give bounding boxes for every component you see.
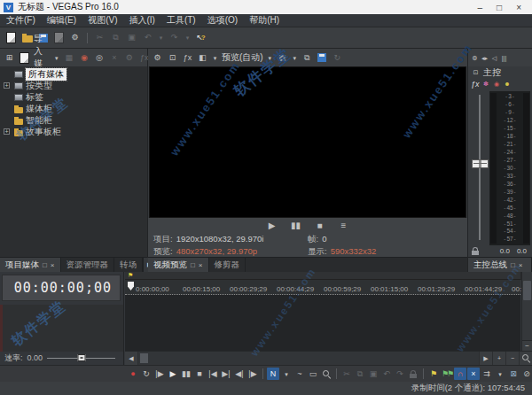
external-monitor-button[interactable]: ⊡ [166, 51, 179, 64]
preview-menu-button[interactable]: ≡ [337, 220, 350, 232]
menu-file[interactable]: 文件(F) [6, 14, 35, 27]
redo-button[interactable]: ↷ [394, 368, 406, 380]
previous-frame-button[interactable]: ◀| [233, 368, 246, 380]
menu-edit[interactable]: 编辑(E) [47, 14, 76, 27]
scroll-right-button[interactable]: ▶ [479, 352, 492, 365]
menu-help[interactable]: 帮助(H) [249, 14, 279, 27]
dim-output-button[interactable]: ◁ [490, 51, 498, 64]
fx-icon[interactable]: ƒx [471, 80, 480, 89]
menu-view[interactable]: 视图(V) [88, 14, 117, 27]
plugin-dot-icon[interactable]: ◉ [493, 78, 501, 90]
record-button[interactable]: ● [127, 368, 139, 380]
copy-snapshot-button[interactable]: ⧉ [301, 51, 314, 64]
tab-transitions[interactable]: 转场 [114, 258, 143, 272]
video-output-fx-button[interactable]: ƒx [181, 51, 194, 64]
next-frame-button[interactable]: |▶ [246, 368, 259, 380]
go-to-end-button[interactable]: ▶| [220, 368, 232, 380]
redo-button[interactable]: ↷ [168, 32, 181, 44]
maximize-button[interactable]: □ [497, 3, 502, 12]
preview-quality-label[interactable]: 预览(自动) [221, 51, 264, 64]
import-dropdown[interactable]: ▾ [52, 51, 60, 64]
preview-play-button[interactable]: ▶ [265, 220, 278, 232]
preview-properties-button[interactable]: ⚙ [151, 51, 164, 64]
extract-audio-button[interactable]: ◎ [92, 51, 106, 64]
time-ruler[interactable]: 0:00:00;00 00:00:15;00 00:00:29;29 00:00… [125, 280, 520, 295]
track-lanes[interactable] [125, 295, 520, 351]
lock-icon[interactable] [472, 251, 479, 255]
tab-video-preview[interactable]: 视频预览 □ × [148, 258, 209, 272]
import-media-button[interactable] [18, 51, 31, 64]
rate-slider[interactable]: ▲ [47, 358, 115, 359]
paste-button[interactable]: ▣ [367, 368, 379, 380]
tab-explorer[interactable]: 资源管理器 [61, 258, 115, 272]
downmix-output-button[interactable]: ◂▸ [481, 51, 489, 64]
loop-preview-button[interactable]: ↻ [331, 51, 344, 64]
redo-dropdown[interactable]: ▾ [184, 32, 192, 44]
undo-button[interactable]: ↶ [380, 368, 393, 380]
zoom-out-button[interactable]: − [505, 352, 519, 365]
menu-insert[interactable]: 插入(I) [129, 14, 154, 27]
split-screen-dropdown[interactable]: ▾ [211, 51, 219, 64]
edit-tool-dropdown[interactable]: ▾ [280, 368, 293, 380]
play-button[interactable]: ▶ [167, 368, 179, 380]
overlays-button[interactable]: ▦ [276, 51, 289, 64]
go-to-start-button[interactable]: |◀ [207, 368, 219, 380]
insert-region-button[interactable]: ⚑⚑ [441, 368, 453, 380]
dock-window-icon[interactable]: □ [511, 261, 515, 269]
horizontal-scroll-track[interactable] [138, 352, 479, 365]
overlays-dropdown[interactable]: ▾ [291, 51, 299, 64]
dock-close-icon[interactable]: × [199, 261, 203, 269]
envelope-tool-button[interactable]: ~ [293, 368, 306, 380]
preview-stop-button[interactable]: ■ [313, 220, 326, 232]
preview-quality-dropdown[interactable]: ▾ [266, 51, 274, 64]
dock-window-icon[interactable]: □ [43, 261, 47, 269]
new-project-button[interactable] [4, 32, 18, 44]
remove-media-button[interactable]: × [107, 51, 121, 64]
zoom-edit-tool-button[interactable] [320, 368, 332, 380]
tree-item-media-bins[interactable]: 媒体柜 [0, 103, 147, 114]
close-button[interactable]: × [516, 3, 521, 12]
save-snapshot-button[interactable] [316, 51, 329, 64]
cut-button[interactable]: ✂ [93, 32, 106, 44]
tree-item-storyboard-bins[interactable]: + 故事板柜 [0, 126, 147, 137]
preview-media-button[interactable]: ▦ [62, 51, 75, 64]
tree-item-by-type[interactable]: + 按类型 [0, 80, 147, 91]
copy-button[interactable]: ⧉ [109, 32, 122, 44]
paste-button[interactable]: ▣ [125, 32, 138, 44]
track-header-area[interactable] [0, 305, 123, 352]
playhead-cursor[interactable] [128, 282, 134, 290]
fader-handle[interactable] [472, 159, 489, 168]
pause-button[interactable]: ▮▮ [180, 368, 192, 380]
vertical-scroll-thumb[interactable] [523, 281, 531, 300]
zoom-tool-button[interactable] [519, 352, 532, 365]
selection-tool-button[interactable]: ▭ [307, 368, 319, 380]
cut-button[interactable]: ✂ [340, 368, 353, 380]
lock-button[interactable] [407, 368, 419, 380]
lock-envelopes-button[interactable]: ⊠ [507, 368, 520, 380]
undo-button[interactable]: ↶ [141, 32, 154, 44]
tab-project-media[interactable]: 项目媒体 □ × [0, 258, 61, 272]
scroll-left-button[interactable]: ◀ [125, 352, 138, 365]
views-button[interactable]: ⊞ [3, 51, 16, 64]
undo-dropdown[interactable]: ▾ [157, 32, 165, 44]
auto-ripple-button[interactable]: ⇉ [481, 368, 493, 380]
copy-button[interactable]: ⧉ [354, 368, 366, 380]
marker-bar[interactable]: ⚑ [125, 272, 520, 280]
open-button[interactable] [20, 32, 34, 44]
normal-edit-tool-button[interactable]: N [267, 368, 279, 380]
preview-pause-button[interactable]: ▮▮ [289, 220, 302, 232]
capture-video-button[interactable]: ◉ [77, 51, 90, 64]
dock-window-icon[interactable]: □ [191, 261, 195, 269]
track-height-minus-button[interactable]: − [522, 340, 532, 351]
tree-item-smart-bins[interactable]: 智能柜 [0, 114, 147, 126]
auto-crossfade-button[interactable]: × [467, 368, 480, 380]
timecode-display[interactable]: 00:00:00;00 [2, 275, 121, 301]
plugin-flower-icon[interactable]: ✽ [482, 78, 490, 90]
enable-snapping-button[interactable]: ∩ [454, 368, 466, 380]
horizontal-scroll-thumb[interactable] [140, 353, 148, 363]
ignore-grouping-button[interactable]: ⊘ [520, 368, 532, 380]
interactive-help-button[interactable]: ↖? [194, 32, 207, 44]
zoom-in-button[interactable]: + [492, 352, 505, 365]
insert-marker-button[interactable]: ⚑ [427, 368, 440, 380]
dock-close-icon[interactable]: × [519, 261, 523, 269]
